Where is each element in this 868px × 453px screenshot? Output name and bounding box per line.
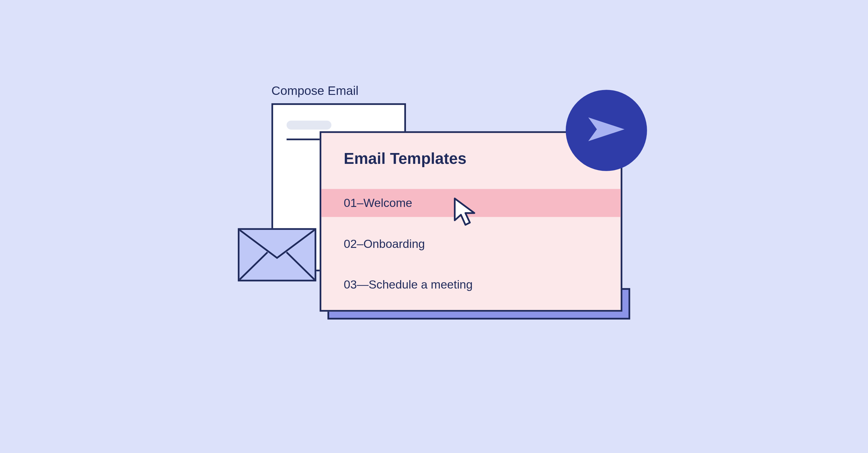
compose-label: Compose Email xyxy=(272,84,359,98)
template-row-label: 01–Welcome xyxy=(344,196,412,210)
template-row-label: 02–Onboarding xyxy=(344,237,425,251)
envelope-icon xyxy=(238,228,316,282)
templates-title: Email Templates xyxy=(344,150,467,168)
send-button[interactable] xyxy=(566,90,647,171)
compose-input-placeholder[interactable] xyxy=(287,121,332,130)
template-row-schedule-meeting[interactable]: 03—Schedule a meeting xyxy=(321,271,621,299)
template-row-label: 03—Schedule a meeting xyxy=(344,278,473,292)
template-row-onboarding[interactable]: 02–Onboarding xyxy=(321,230,621,258)
paper-plane-icon xyxy=(583,105,630,155)
cursor-icon xyxy=(452,197,480,230)
